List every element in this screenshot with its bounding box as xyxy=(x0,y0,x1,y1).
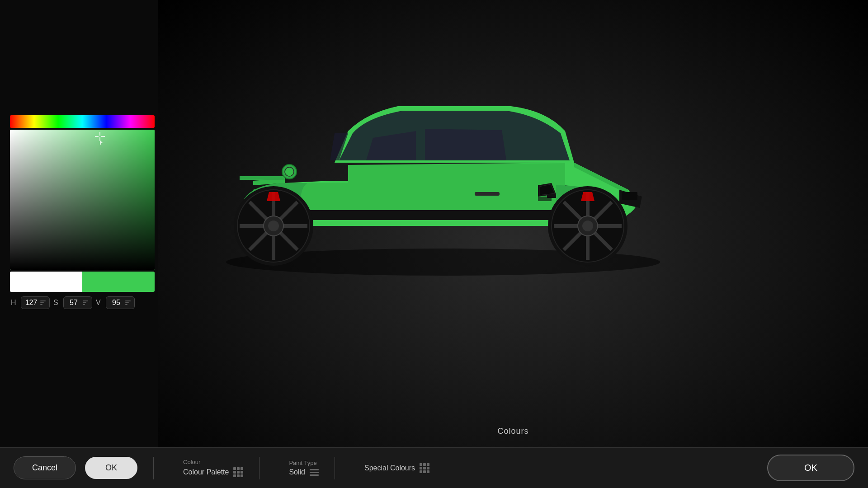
color-picker-panel: H 127 S 57 V 95 xyxy=(10,115,166,309)
svg-rect-1 xyxy=(280,210,570,220)
sv-crosshair xyxy=(95,132,105,145)
ok-large-button[interactable]: OK xyxy=(767,455,854,481)
colours-label: Colours xyxy=(497,427,528,436)
colour-section: Colour Colour Palette xyxy=(183,459,243,477)
h-value: 127 xyxy=(25,299,38,307)
bottom-toolbar: Cancel OK Colour Colour Palette Paint Ty… xyxy=(0,447,868,488)
s-label: S xyxy=(53,299,60,307)
s-value: 57 xyxy=(67,299,80,307)
h-slider-icon xyxy=(40,300,46,305)
svg-rect-6 xyxy=(475,192,500,196)
s-slider-icon xyxy=(83,300,88,305)
svg-rect-2 xyxy=(622,192,637,200)
colour-section-label: Colour xyxy=(183,459,243,465)
v-label: V xyxy=(96,299,102,307)
v-value: 95 xyxy=(110,299,123,307)
special-colours-row: Special Colours xyxy=(364,463,429,473)
separator-2 xyxy=(259,457,259,479)
color-preview-original xyxy=(10,272,82,292)
special-colours-section: Special Colours xyxy=(364,463,429,473)
s-input-group[interactable]: 57 xyxy=(63,296,92,309)
h-input-group[interactable]: 127 xyxy=(21,296,50,309)
svg-marker-30 xyxy=(100,140,103,145)
separator-1 xyxy=(153,457,154,479)
solid-row: Solid xyxy=(289,468,319,476)
colour-palette-text: Colour Palette xyxy=(183,468,229,476)
hue-bar[interactable] xyxy=(10,115,155,128)
svg-point-25 xyxy=(268,221,279,231)
colour-palette-grid-icon[interactable] xyxy=(233,467,243,477)
separator-3 xyxy=(335,457,335,479)
colour-palette-row: Colour Palette xyxy=(183,467,243,477)
svg-point-17 xyxy=(582,221,593,231)
color-preview-bar xyxy=(10,272,155,292)
special-colours-text: Special Colours xyxy=(364,464,415,472)
color-preview-current xyxy=(82,272,155,292)
paint-type-section-label: Paint Type xyxy=(289,460,319,466)
car-viewport: Colours xyxy=(158,0,868,488)
sv-gradient[interactable] xyxy=(10,130,155,270)
cancel-button[interactable]: Cancel xyxy=(14,456,76,479)
h-label: H xyxy=(11,299,17,307)
svg-rect-7 xyxy=(538,197,552,201)
car-illustration xyxy=(194,23,692,285)
solid-list-icon[interactable] xyxy=(310,469,319,476)
svg-point-9 xyxy=(285,167,294,176)
v-slider-icon xyxy=(125,300,131,305)
v-input-group[interactable]: 95 xyxy=(106,296,135,309)
ok-small-button[interactable]: OK xyxy=(85,457,137,479)
hsv-inputs: H 127 S 57 V 95 xyxy=(10,296,166,309)
solid-text: Solid xyxy=(289,468,305,476)
paint-type-section: Paint Type Solid xyxy=(289,460,319,476)
special-colours-grid-icon[interactable] xyxy=(420,463,429,473)
